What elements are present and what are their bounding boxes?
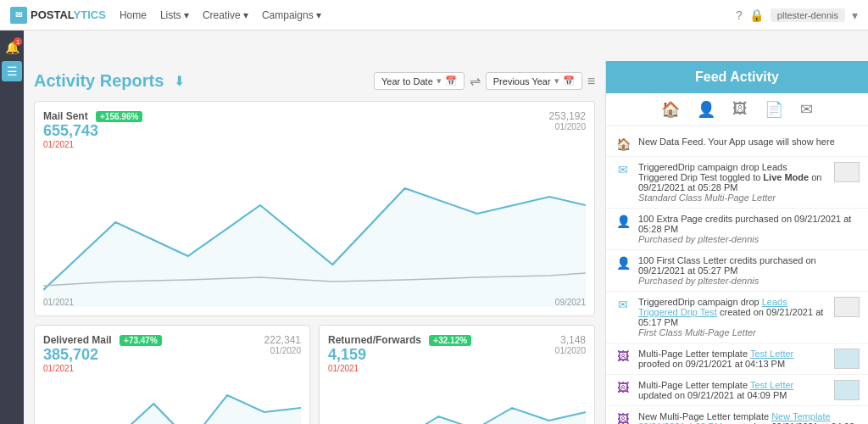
nav-lists[interactable]: Lists ▾ [160,9,189,21]
feed-item-text-7a: New Multi-Page Letter template [638,411,771,421]
feed-item-sub-2: Purchased by pltester-dennis [638,234,759,244]
feed-tabs: 🏠 👤 🖼 📄 ✉ [606,93,868,126]
sidebar-bell-icon[interactable]: 🔔 1 [2,37,22,58]
feed-tab-image[interactable]: 🖼 [732,100,748,119]
feed-item-content-5: Multi-Page Letter template Test Letter p… [638,349,827,369]
feed-item-text-6b: updated on 09/21/2021 at 04:09 PM [638,390,787,400]
feed-item-icon-0: 🏠 [615,137,632,151]
feed-item-content-0: New Data Feed. Your App usage will show … [638,137,860,147]
returned-chart-badge: +32.12% [429,335,471,346]
feed-item-4: ✉ TriggeredDrip campaign drop Leads Trig… [606,292,868,343]
feed-item-text-3: 100 First Class Letter credits purchased… [638,255,816,276]
date-range-1-select[interactable]: Year to Date ▾ 📅 [374,72,465,90]
feed-item-icon-1: ✉ [615,163,632,176]
main-x-start: 01/2021 [43,298,74,307]
feed-tab-mail[interactable]: ✉ [800,100,813,119]
feed-tab-home[interactable]: 🏠 [661,100,680,119]
filter-icon[interactable]: ≡ [587,74,595,89]
delivered-compare-date: 01/2020 [264,346,301,355]
logo: ✉ POSTALYTICS [10,7,106,24]
chevron-down-icon[interactable]: ▾ [852,8,858,22]
returned-chart-title: Returned/Forwards [328,334,421,346]
main-chart-compare: 253,192 01/2020 [549,110,586,131]
date-range-2-label: Previous Year [493,76,551,86]
delivered-chart-date: 01/2021 [43,364,301,373]
calendar-icon-1: 📅 [445,75,457,86]
feed-item-thumb-1 [834,162,860,182]
logo-icon: ✉ [10,7,27,24]
returned-chart-compare: 3,148 01/2020 [555,334,586,355]
delivered-chart-area: 01/2021 09/2021 [43,378,301,424]
main-compare-date: 01/2020 [549,122,586,131]
svg-marker-2 [328,408,586,424]
feed-item-content-7: New Multi-Page Letter template New Templ… [638,411,860,424]
user-label: pltester-dennis [771,8,845,22]
svg-marker-0 [43,188,586,307]
delivered-chart-value: 385,702 [43,346,301,364]
date-range-2-select[interactable]: Previous Year ▾ 📅 [486,72,582,90]
main-x-end: 09/2021 [555,298,586,307]
returned-chart-value: 4,159 [328,346,586,364]
feed-item-7: 🖼 New Multi-Page Letter template New Tem… [606,406,868,424]
main-chart-badge: +156.96% [96,111,142,122]
page-title: Activity Reports [34,71,164,91]
main-chart-header: 253,192 01/2020 Mail Sent +156.96% 655,7… [43,110,586,149]
help-icon[interactable]: ? [736,8,743,22]
returned-chart-header: 3,148 01/2020 Returned/Forwards +32.12% … [328,334,586,373]
feed-tab-user[interactable]: 👤 [697,100,715,119]
svg-marker-1 [43,395,301,424]
swap-icon[interactable]: ⇌ [470,73,481,89]
feed-item-icon-5: 🖼 [615,349,632,363]
lock-icon[interactable]: 🔒 [749,8,764,22]
main-chart-area: 01/2021 09/2021 [43,154,586,307]
sidebar-list-icon[interactable]: ☰ [2,61,22,81]
feed-item-link-5[interactable]: Test Letter [750,349,793,359]
download-icon[interactable]: ⬇ [174,73,185,89]
header-controls: Year to Date ▾ 📅 ⇌ Previous Year ▾ 📅 ≡ [374,72,595,90]
sidebar: 🔔 1 ☰ [0,31,24,424]
feed-item-text-5a: Multi-Page Letter template [638,349,750,359]
feed-item-text-0: New Data Feed. Your App usage will show … [638,137,835,147]
main-compare-value: 253,192 [549,110,586,122]
top-nav: ✉ POSTALYTICS Home Lists ▾ Creative ▾ Ca… [0,0,868,31]
feed-item-6: 🖼 Multi-Page Letter template Test Letter… [606,375,868,406]
returned-chart-date: 01/2021 [328,364,586,373]
feed-item-icon-7: 🖼 [615,412,632,424]
main-chart-title: Mail Sent [43,110,88,122]
feed-item-icon-6: 🖼 [615,381,632,394]
feed-item-link-6[interactable]: Test Letter [750,380,793,390]
feed-item-content-6: Multi-Page Letter template Test Letter u… [638,380,827,400]
delivered-chart-compare: 222,341 01/2020 [264,334,301,355]
charts-row: 222,341 01/2020 Delivered Mail +73.47% 3… [34,325,595,424]
returned-chart-card: 3,148 01/2020 Returned/Forwards +32.12% … [319,325,595,424]
delivered-compare-value: 222,341 [264,334,301,346]
returned-compare-value: 3,148 [555,334,586,346]
page-header: Activity Reports ⬇ Year to Date ▾ 📅 ⇌ Pr… [34,71,595,91]
feed-item-0: 🏠 New Data Feed. Your App usage will sho… [606,131,868,157]
delivered-chart-header: 222,341 01/2020 Delivered Mail +73.47% 3… [43,334,301,373]
nav-creative[interactable]: Creative ▾ [203,9,248,21]
nav-home[interactable]: Home [120,9,147,21]
returned-compare-date: 01/2020 [555,346,586,355]
feed-tab-doc[interactable]: 📄 [765,100,783,119]
dropdown-icon-2: ▾ [554,75,559,86]
main-chart-value: 655,743 [43,122,586,140]
feed-item-text-6a: Multi-Page Letter template [638,380,750,390]
nav-right: ? 🔒 pltester-dennis ▾ [736,8,858,22]
feed-item-content-2: 100 Extra Page credits purchased on 09/2… [638,214,860,244]
main-chart-date: 01/2021 [43,140,586,149]
feed-item-content-3: 100 First Class Letter credits purchased… [638,255,860,286]
feed-item-icon-4: ✉ [615,298,632,311]
nav-campaigns[interactable]: Campaigns ▾ [262,9,321,21]
feed-item-thumb-5 [834,349,860,369]
feed-item-thumb-4 [834,297,860,317]
dropdown-icon-1: ▾ [437,75,442,86]
nav-links: Home Lists ▾ Creative ▾ Campaigns ▾ [120,9,321,21]
content-area: Activity Reports ⬇ Year to Date ▾ 📅 ⇌ Pr… [24,61,605,424]
feed-item-thumb-6 [834,380,860,400]
feed-item-text-1: TriggeredDrip campaign drop Leads Trigge… [638,162,821,192]
feed-item-3: 👤 100 First Class Letter credits purchas… [606,250,868,292]
delivered-chart-title: Delivered Mail [43,334,112,346]
date-range-1-label: Year to Date [381,76,433,86]
feed-item-sub-4: First Class Multi-Page Letter [638,327,756,338]
